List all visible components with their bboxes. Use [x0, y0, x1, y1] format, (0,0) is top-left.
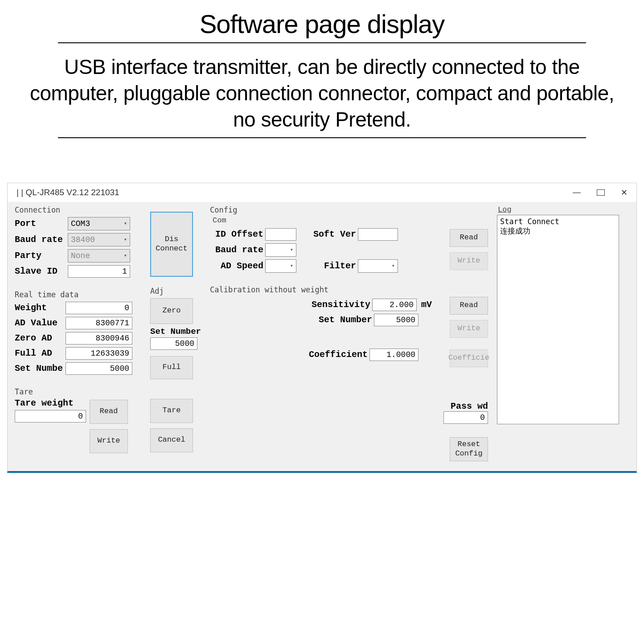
minimize-icon[interactable]: —	[569, 186, 584, 199]
rt-setnum-label: Set Numbe	[15, 363, 64, 373]
calibration-title: Calibration without weight	[210, 285, 488, 294]
soft-ver-label: Soft Ver	[307, 229, 356, 239]
chevron-down-icon: ▾	[124, 220, 127, 227]
cfg-baud-select[interactable]: ▾	[265, 243, 296, 257]
tare-button[interactable]: Tare	[150, 399, 193, 423]
calib-setnum-label: Set Number	[319, 315, 372, 325]
calibration-panel: Calibration without weight Sensitivity m…	[206, 283, 492, 372]
port-select[interactable]: COM3 ▾	[68, 217, 130, 230]
divider	[58, 42, 586, 43]
weight-label: Weight	[15, 303, 64, 313]
party-select[interactable]: None ▾	[68, 249, 130, 263]
adj-setnum-label: Set Number	[150, 327, 201, 336]
full-ad-value	[66, 347, 132, 360]
log-panel: Log Start Connect 连接成功	[493, 203, 623, 466]
close-icon[interactable]: ✕	[617, 186, 631, 199]
maximize-icon[interactable]	[597, 189, 605, 196]
id-offset-input[interactable]	[265, 228, 296, 241]
full-button[interactable]: Full	[150, 356, 193, 379]
connection-title: Connection	[15, 205, 141, 214]
divider	[58, 137, 586, 138]
realtime-panel: Real time data Weight AD Value Zero AD	[11, 287, 145, 382]
coefficient-input[interactable]	[369, 349, 418, 361]
calib-write-button[interactable]: Write	[450, 320, 488, 338]
chevron-down-icon: ▾	[392, 263, 395, 269]
sensitivity-input[interactable]	[372, 299, 417, 311]
page-description: USB interface transmitter, can be direct…	[27, 54, 617, 133]
zero-ad-value	[66, 332, 132, 345]
ad-speed-label: AD Speed	[210, 261, 263, 271]
soft-ver-input[interactable]	[358, 228, 398, 241]
calib-read-button[interactable]: Read	[450, 297, 488, 315]
port-label: Port	[15, 218, 66, 229]
password-input[interactable]	[443, 411, 488, 424]
adj-title: Adj	[150, 287, 201, 295]
sensitivity-label: Sensitivity	[312, 299, 370, 310]
config-read-button[interactable]: Read	[450, 229, 488, 247]
app-window: | | QL-JR485 V2.12 221031 — ✕ Connection…	[7, 183, 637, 473]
connection-panel: Connection Port COM3 ▾ Baud rate 38400 ▾	[11, 203, 145, 285]
tare-read-button[interactable]: Read	[90, 400, 128, 424]
zero-button[interactable]: Zero	[150, 298, 193, 324]
chevron-down-icon: ▾	[124, 252, 127, 259]
window-title: | | QL-JR485 V2.12 221031	[16, 188, 119, 197]
config-panel: Config Com ID Offset Soft Ver Baud rate	[206, 203, 492, 280]
adj-panel: Adj Zero Set Number Full	[147, 284, 205, 384]
config-com-sub: Com	[213, 216, 488, 225]
ad-speed-select[interactable]: ▾	[265, 259, 296, 273]
cfg-baud-label: Baud rate	[210, 245, 263, 255]
disconnect-cell: Dis Connect	[147, 203, 205, 281]
slave-id-input[interactable]	[68, 265, 130, 278]
calib-coeff-button[interactable]: Coefficie	[450, 349, 488, 367]
reset-config-button[interactable]: Reset Config	[450, 437, 488, 461]
tare-write-button[interactable]: Write	[90, 429, 128, 453]
tare-extra-buttons: Tare Cancel	[147, 386, 205, 457]
tare-weight-input[interactable]	[15, 410, 86, 422]
tare-panel: Tare Tare weight Read Write	[11, 385, 145, 456]
baud-label: Baud rate	[15, 234, 66, 245]
chevron-down-icon: ▾	[290, 263, 293, 269]
zero-ad-label: Zero AD	[15, 333, 64, 343]
party-value: None	[71, 251, 90, 260]
ad-value	[66, 317, 132, 329]
realtime-title: Real time data	[15, 290, 141, 299]
page-title: Software page display	[0, 9, 644, 39]
rt-setnum-value	[66, 362, 132, 375]
party-label: Party	[15, 250, 66, 261]
password-label: Pass wd	[451, 401, 488, 411]
log-title: Log	[498, 205, 619, 214]
weight-value	[66, 302, 132, 314]
chevron-down-icon: ▾	[124, 236, 127, 243]
sensitivity-unit: mV	[421, 299, 439, 310]
slave-id-label: Slave ID	[15, 266, 66, 276]
tare-title: Tare	[15, 387, 141, 396]
adj-setnum-input[interactable]	[150, 337, 197, 350]
id-offset-label: ID Offset	[210, 229, 263, 239]
calib-setnum-input[interactable]	[374, 314, 418, 326]
filter-select[interactable]: ▾	[358, 259, 398, 273]
password-panel: Pass wd Reset Config	[206, 374, 492, 466]
config-title: Config	[210, 205, 488, 214]
ad-value-label: AD Value	[15, 318, 64, 328]
coefficient-label: Coefficient	[309, 349, 368, 360]
disconnect-button[interactable]: Dis Connect	[150, 212, 193, 277]
filter-label: Filter	[307, 261, 356, 271]
cancel-button[interactable]: Cancel	[150, 428, 193, 452]
baud-value: 38400	[71, 235, 95, 244]
baud-select[interactable]: 38400 ▾	[68, 233, 130, 246]
tare-weight-label: Tare weight	[15, 398, 86, 408]
titlebar: | | QL-JR485 V2.12 221031 — ✕	[8, 183, 636, 202]
config-write-button[interactable]: Write	[450, 252, 488, 270]
full-ad-label: Full AD	[15, 348, 64, 358]
log-output: Start Connect 连接成功	[497, 215, 619, 424]
chevron-down-icon: ▾	[290, 246, 293, 253]
port-value: COM3	[71, 219, 90, 228]
